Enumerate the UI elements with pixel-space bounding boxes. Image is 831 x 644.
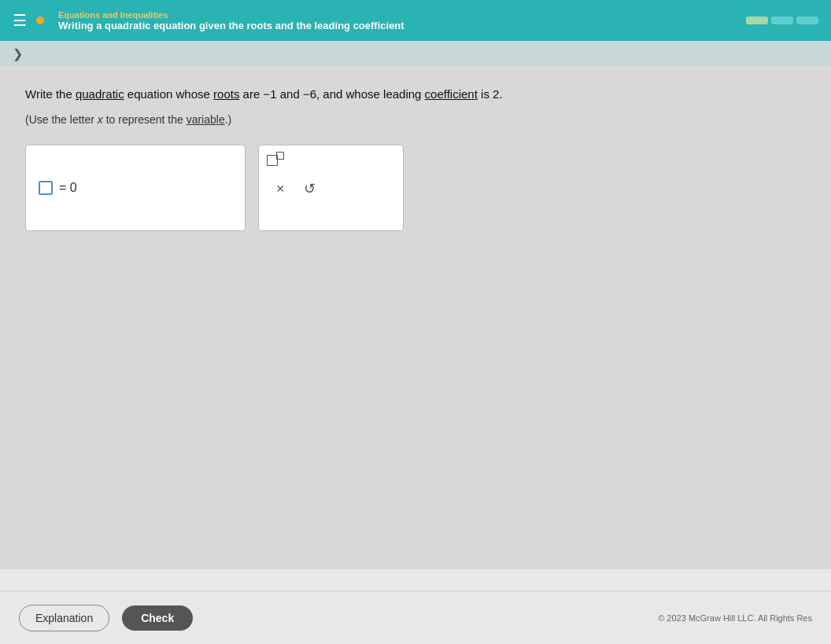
copyright-text: © 2023 McGraw Hill LLC. All Rights Res (658, 613, 812, 623)
progress-segments (746, 17, 818, 24)
answer-input-placeholder: = 0 (39, 181, 77, 195)
explanation-button[interactable]: Explanation (19, 605, 109, 631)
chevron-down-icon[interactable]: ❯ (13, 46, 23, 61)
progress-seg-2 (771, 17, 793, 24)
answer-box[interactable]: = 0 (25, 145, 246, 231)
math-close-button[interactable]: × (273, 178, 288, 201)
topic-dot (36, 17, 44, 24)
header-topic: Equations and Inequalities (58, 10, 404, 20)
input-row: = 0 × ↺ (25, 145, 806, 231)
instruction-line: (Use the letter x to represent the varia… (25, 113, 806, 126)
progress-seg-3 (796, 17, 818, 24)
roots-underline: roots (213, 87, 239, 101)
hamburger-icon[interactable]: ☰ (13, 11, 27, 30)
coefficient-underline: coefficient (425, 87, 478, 101)
math-box-icon (267, 155, 284, 166)
footer: Explanation Check © 2023 McGraw Hill LLC… (0, 591, 831, 644)
progress-seg-1 (746, 17, 768, 24)
math-keyboard-actions: × ↺ (267, 174, 395, 204)
main-content: Write the quadratic equation whose roots… (0, 66, 831, 569)
superscript-box (276, 152, 284, 160)
collapse-bar[interactable]: ❯ (0, 41, 831, 66)
equals-zero: = 0 (59, 181, 77, 195)
header: ☰ Equations and Inequalities Writing a q… (0, 0, 831, 41)
math-undo-button[interactable]: ↺ (301, 177, 319, 201)
question-line1: Write the quadratic equation whose roots… (25, 85, 806, 104)
header-progress (746, 17, 818, 24)
variable-underline: variable (187, 113, 225, 126)
check-button[interactable]: Check (122, 605, 193, 631)
quadratic-underline: quadratic (76, 87, 124, 101)
input-square-icon (39, 181, 53, 195)
math-keyboard: × ↺ (258, 145, 404, 231)
header-text-group: Equations and Inequalities Writing a qua… (58, 10, 404, 31)
math-keyboard-top (267, 152, 395, 169)
header-title: Writing a quadratic equation given the r… (58, 20, 404, 31)
